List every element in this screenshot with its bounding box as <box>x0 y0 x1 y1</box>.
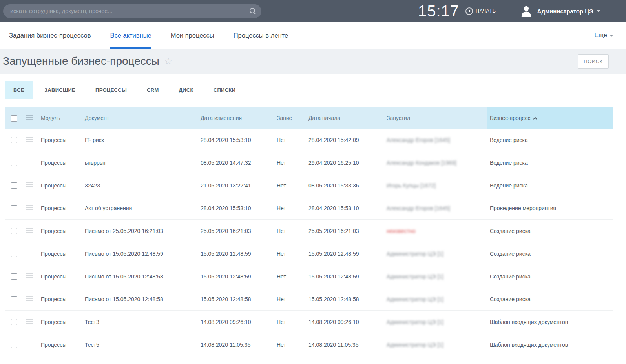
filter-disk[interactable]: ДИСК <box>171 81 202 99</box>
cell-stuck: Нет <box>275 160 307 166</box>
row-menu-icon[interactable] <box>26 272 33 279</box>
row-menu-icon[interactable] <box>26 295 33 302</box>
processes-table: Модуль Документ Дата изменения Завис Дат… <box>5 107 613 356</box>
row-menu-icon[interactable] <box>26 340 33 348</box>
cell-document[interactable]: Письмо от 25.05.2020 16:21:03 <box>83 228 199 234</box>
filter-processes[interactable]: ПРОЦЕССЫ <box>87 81 135 99</box>
user-menu-caret-icon[interactable] <box>597 10 600 12</box>
row-checkbox[interactable] <box>11 273 17 280</box>
row-menu-icon[interactable] <box>26 136 33 143</box>
row-checkbox[interactable] <box>11 342 17 348</box>
user-name[interactable]: Администратор ЦЭ <box>537 8 593 15</box>
cell-module: Процессы <box>39 251 83 257</box>
cell-modified: 25.05.2020 16:21:03 <box>199 228 275 234</box>
cell-launcher[interactable]: Администратор ЦЭ [1] <box>385 251 487 257</box>
cell-document[interactable]: Тест5 <box>83 342 199 348</box>
start-timer-button[interactable]: НАЧАТЬ <box>465 7 496 15</box>
cell-stuck: Нет <box>275 137 307 143</box>
row-checkbox[interactable] <box>11 182 17 189</box>
cell-stuck: Нет <box>275 273 307 280</box>
row-menu-icon[interactable] <box>26 227 33 234</box>
row-menu-icon[interactable] <box>26 181 33 188</box>
cell-document[interactable]: Письмо от 15.05.2020 12:48:59 <box>83 251 199 257</box>
row-menu-icon[interactable] <box>26 158 33 166</box>
cell-document[interactable]: Акт об устранении <box>83 205 199 211</box>
table-row[interactable]: Процессы IT- риск 28.04.2020 15:53:10 Не… <box>5 129 613 151</box>
row-checkbox[interactable] <box>11 205 17 211</box>
table-row[interactable]: Процессы 32423 21.05.2020 13:22:41 Нет 0… <box>5 174 613 197</box>
cell-launcher[interactable]: Администратор ЦЭ [1] <box>385 296 487 302</box>
row-checkbox[interactable] <box>11 251 17 257</box>
avatar[interactable] <box>520 5 532 17</box>
col-document[interactable]: Документ <box>83 115 199 121</box>
col-process-label: Бизнес-процесс <box>490 115 530 121</box>
search-button[interactable]: ПОИСК <box>578 54 609 69</box>
search-icon[interactable] <box>250 8 256 14</box>
row-checkbox[interactable] <box>11 160 17 166</box>
header-menu-icon[interactable] <box>26 114 33 121</box>
page-title: Запущенные бизнес-процессы <box>3 55 159 67</box>
cell-launcher[interactable]: Администратор ЦЭ [1] <box>385 273 487 280</box>
cell-module: Процессы <box>39 137 83 143</box>
cell-launcher[interactable]: Александр Егоров [1645] <box>385 205 487 211</box>
row-checkbox[interactable] <box>11 228 17 234</box>
cell-stuck: Нет <box>275 182 307 189</box>
tab-bp-tasks[interactable]: Задания бизнес-процессов <box>9 22 91 49</box>
table-row[interactable]: Процессы ьпьррьп 08.05.2020 14:47:32 Нет… <box>5 151 613 174</box>
filter-crm[interactable]: CRM <box>139 81 167 99</box>
table-row[interactable]: Процессы Тест5 14.08.2020 11:05:35 Нет 1… <box>5 333 613 356</box>
cell-launcher[interactable]: Игорь Купцы [1672] <box>385 182 487 189</box>
table-row[interactable]: Процессы Тест3 14.08.2020 09:26:10 Нет 1… <box>5 311 613 333</box>
cell-document[interactable]: Тест3 <box>83 319 199 325</box>
cell-module: Процессы <box>39 160 83 166</box>
cell-launcher[interactable]: Администратор ЦЭ [1] <box>385 319 487 325</box>
cell-document[interactable]: Письмо от 15.05.2020 12:48:58 <box>83 296 199 302</box>
chevron-down-icon <box>610 35 613 37</box>
cell-module: Процессы <box>39 228 83 234</box>
col-modified[interactable]: Дата изменения <box>199 115 275 121</box>
cell-started: 08.05.2020 15:33:36 <box>307 182 385 189</box>
cell-process: Шаблон входящих документов <box>487 319 613 325</box>
cell-document[interactable]: 32423 <box>83 182 199 189</box>
cell-started: 15.05.2020 12:48:59 <box>307 273 385 280</box>
filter-lists[interactable]: СПИСКИ <box>205 81 244 99</box>
cell-document[interactable]: IT- риск <box>83 137 199 143</box>
row-menu-icon[interactable] <box>26 249 33 257</box>
row-checkbox[interactable] <box>11 137 17 143</box>
title-band: Запущенные бизнес-процессы ☆ ПОИСК <box>0 49 626 74</box>
row-checkbox[interactable] <box>11 296 17 302</box>
table-row[interactable]: Процессы Письмо от 15.05.2020 12:48:59 1… <box>5 242 613 265</box>
tab-all-active[interactable]: Все активные <box>110 22 151 49</box>
table-row[interactable]: Процессы Письмо от 15.05.2020 12:48:58 1… <box>5 288 613 311</box>
col-process-sorted[interactable]: Бизнес-процесс <box>487 107 613 129</box>
filter-tabs: ВСЕ ЗАВИСШИЕ ПРОЦЕССЫ CRM ДИСК СПИСКИ <box>0 74 626 107</box>
tab-processes-in-feed[interactable]: Процессы в ленте <box>234 22 288 49</box>
cell-process: Создание риска <box>487 273 613 280</box>
favorite-star-icon[interactable]: ☆ <box>164 56 173 66</box>
start-label: НАЧАТЬ <box>476 8 496 14</box>
more-menu[interactable]: Еще <box>594 22 626 49</box>
cell-launcher[interactable]: Александр Егоров [1645] <box>385 137 487 143</box>
col-launcher[interactable]: Запустил <box>385 115 487 121</box>
search-input[interactable] <box>10 8 250 14</box>
cell-launcher[interactable]: неизвестно <box>385 228 487 234</box>
row-checkbox[interactable] <box>11 319 17 325</box>
table-row[interactable]: Процессы Письмо от 25.05.2020 16:21:03 2… <box>5 220 613 242</box>
col-started[interactable]: Дата начала <box>307 115 385 121</box>
row-menu-icon[interactable] <box>26 204 33 211</box>
table-row[interactable]: Процессы Письмо от 15.05.2020 12:48:58 1… <box>5 265 613 288</box>
col-stuck[interactable]: Завис <box>275 115 307 121</box>
filter-stuck[interactable]: ЗАВИСШИЕ <box>36 81 84 99</box>
cell-modified: 15.05.2020 12:48:59 <box>199 273 275 280</box>
cell-launcher[interactable]: Александр Кондаков [1969] <box>385 160 487 166</box>
cell-document[interactable]: ьпьррьп <box>83 160 199 166</box>
cell-document[interactable]: Письмо от 15.05.2020 12:48:58 <box>83 273 199 280</box>
row-menu-icon[interactable] <box>26 318 33 325</box>
tab-my-processes[interactable]: Мои процессы <box>171 22 214 49</box>
global-search[interactable] <box>3 4 261 18</box>
table-row[interactable]: Процессы Акт об устранении 28.04.2020 15… <box>5 197 613 220</box>
cell-launcher[interactable]: Администратор ЦЭ [1] <box>385 342 487 348</box>
filter-all[interactable]: ВСЕ <box>5 81 33 99</box>
col-module[interactable]: Модуль <box>39 115 83 121</box>
select-all-checkbox[interactable] <box>11 115 17 122</box>
